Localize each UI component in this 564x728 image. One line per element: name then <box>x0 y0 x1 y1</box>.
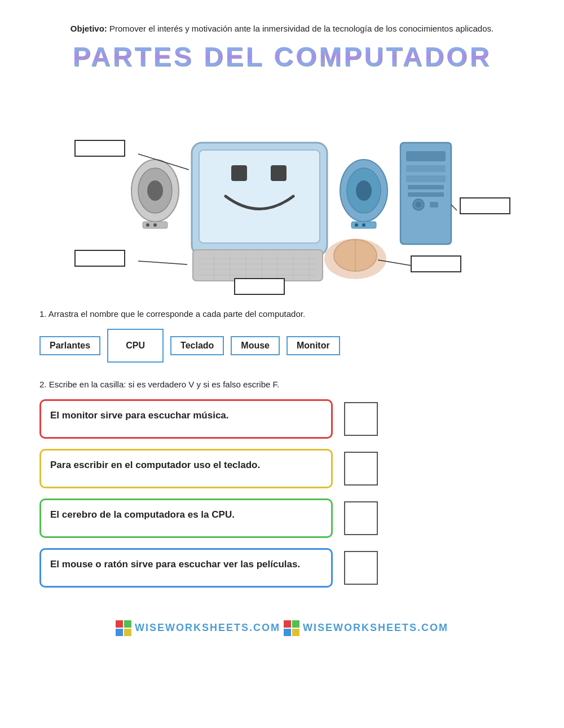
svg-rect-47 <box>116 620 123 628</box>
word-cpu[interactable]: CPU <box>107 329 164 363</box>
computer-diagram <box>39 83 525 292</box>
svg-rect-31 <box>406 151 446 161</box>
svg-point-26 <box>356 180 372 201</box>
svg-point-29 <box>362 223 365 227</box>
svg-rect-7 <box>199 150 320 243</box>
svg-rect-38 <box>430 202 438 208</box>
svg-rect-50 <box>124 629 131 636</box>
objetivo-label: Objetivo: <box>70 24 107 33</box>
svg-rect-49 <box>116 629 123 636</box>
label-box-1 <box>74 140 125 157</box>
statement-row-4: El mouse o ratón sirve para escuchar ver… <box>39 548 525 588</box>
label-box-2 <box>74 250 125 267</box>
statement-box-4: El mouse o ratón sirve para escuchar ver… <box>39 548 333 588</box>
svg-point-4 <box>146 223 149 227</box>
word-teclado[interactable]: Teclado <box>170 336 224 355</box>
statement-row-2: Para escribir en el computador uso el te… <box>39 449 525 488</box>
svg-rect-9 <box>271 165 287 181</box>
svg-rect-48 <box>124 620 131 628</box>
svg-rect-52 <box>292 620 299 628</box>
svg-line-43 <box>138 261 187 264</box>
objetivo-text: Objetivo: Promover el interés y motivaci… <box>39 23 525 36</box>
statement-row-1: El monitor sirve para escuchar música. <box>39 399 525 439</box>
svg-rect-54 <box>292 629 299 636</box>
answer-box-4[interactable] <box>344 551 378 585</box>
svg-point-41 <box>324 239 386 279</box>
footer-text-2: WISEWORKSHEETS.COM <box>303 622 448 634</box>
word-monitor[interactable]: Monitor <box>287 336 340 355</box>
footer-icon-left <box>116 620 131 636</box>
section1-instruction: 1. Arrastra el nombre que le corresponde… <box>39 309 525 319</box>
svg-rect-33 <box>406 175 446 182</box>
svg-point-5 <box>153 223 157 227</box>
word-parlantes[interactable]: Parlantes <box>39 336 100 355</box>
svg-rect-12 <box>193 250 323 281</box>
svg-line-45 <box>451 205 457 210</box>
svg-point-28 <box>355 223 358 227</box>
drag-words-container: Parlantes CPU Teclado Mouse Monitor <box>39 329 525 363</box>
statement-box-3: El cerebro de la computadora es la CPU. <box>39 498 333 538</box>
answer-box-1[interactable] <box>344 402 378 436</box>
svg-rect-53 <box>284 629 291 636</box>
statement-row-3: El cerebro de la computadora es la CPU. <box>39 498 525 538</box>
answer-box-2[interactable] <box>344 452 378 486</box>
svg-rect-35 <box>408 192 444 197</box>
page-title: PARTES DEL COMPUTADOR <box>39 41 525 72</box>
statement-box-2: Para escribir en el computador uso el te… <box>39 449 333 488</box>
svg-point-2 <box>147 180 163 201</box>
label-box-3 <box>234 278 285 295</box>
svg-point-37 <box>416 202 421 208</box>
footer-text-1: WISEWORKSHEETS.COM <box>135 622 280 634</box>
answer-box-3[interactable] <box>344 501 378 535</box>
section2-instruction: 2. Escribe en la casilla: si es verdader… <box>39 380 525 389</box>
svg-rect-8 <box>231 165 247 181</box>
footer: WISEWORKSHEETS.COM WISEWORKSHEETS.COM <box>0 615 564 642</box>
label-box-4 <box>460 197 510 214</box>
svg-rect-34 <box>408 185 444 189</box>
word-mouse[interactable]: Mouse <box>231 336 280 355</box>
label-box-5 <box>411 255 461 272</box>
footer-icon-right <box>284 620 299 636</box>
statement-box-1: El monitor sirve para escuchar música. <box>39 399 333 439</box>
svg-rect-32 <box>406 165 446 172</box>
svg-rect-51 <box>284 620 291 628</box>
